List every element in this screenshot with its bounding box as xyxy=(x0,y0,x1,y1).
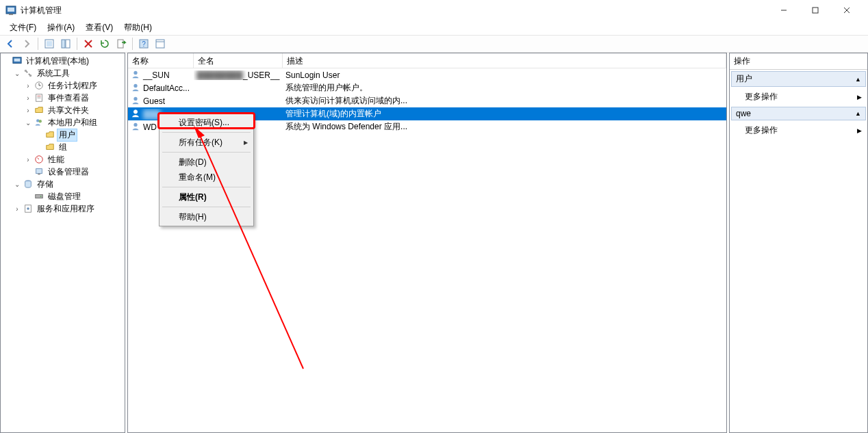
delete-button[interactable] xyxy=(81,36,96,51)
menu-help[interactable]: 帮助(H) xyxy=(118,21,157,35)
menu-delete[interactable]: 删除(D) xyxy=(161,155,252,170)
svg-rect-35 xyxy=(36,194,43,198)
cell-desc: 系统管理的用户帐户。 xyxy=(283,82,726,94)
chevron-right-icon: ▶ xyxy=(857,94,862,101)
chevron-down-icon[interactable]: ⌄ xyxy=(12,70,23,77)
svg-point-21 xyxy=(29,75,32,77)
refresh-button[interactable] xyxy=(97,36,112,51)
tree-groups[interactable]: 组 xyxy=(1,141,125,153)
chevron-right-icon[interactable]: › xyxy=(23,107,34,114)
tree-storage[interactable]: ⌄ 存储 xyxy=(1,178,125,190)
actions-more-1[interactable]: 更多操作 ▶ xyxy=(730,88,867,105)
folder-icon xyxy=(44,142,55,153)
toolbar-separator xyxy=(77,38,77,50)
user-icon xyxy=(131,96,142,107)
collapse-icon: ▲ xyxy=(855,76,861,83)
column-description[interactable]: 描述 xyxy=(283,53,726,68)
chevron-right-icon[interactable]: › xyxy=(12,205,23,213)
chevron-down-icon[interactable]: ⌄ xyxy=(23,119,34,127)
window-controls xyxy=(768,0,863,21)
actions-group-label: qwe xyxy=(736,109,751,118)
svg-rect-33 xyxy=(38,174,40,175)
tree-label: 设备管理器 xyxy=(46,166,91,179)
tree-task-scheduler[interactable]: › 任务计划程序 xyxy=(1,79,125,92)
event-icon xyxy=(34,92,44,103)
up-button[interactable] xyxy=(42,36,57,51)
clock-icon xyxy=(34,80,44,91)
list-item[interactable]: __SUN ████████_USER__ SunLogin User xyxy=(128,68,726,81)
tree-label: 存储 xyxy=(35,178,55,191)
toolbar-separator xyxy=(38,38,38,50)
toolbar: ? xyxy=(0,35,868,53)
list-item[interactable]: DefaultAcc... 系统管理的用户帐户。 xyxy=(128,81,726,94)
actions-group-users[interactable]: 用户 ▲ xyxy=(731,71,866,87)
actions-more-2[interactable]: 更多操作 ▶ xyxy=(730,122,867,139)
menu-action[interactable]: 操作(A) xyxy=(42,21,80,35)
shared-folder-icon xyxy=(34,105,44,116)
menu-separator xyxy=(162,152,251,153)
svg-rect-32 xyxy=(36,169,42,174)
tree-label: 任务计划程序 xyxy=(46,79,99,92)
tree-root[interactable]: 计算机管理(本地) xyxy=(1,55,125,67)
back-button[interactable] xyxy=(3,36,18,51)
menu-rename[interactable]: 重命名(M) xyxy=(161,170,252,185)
user-icon xyxy=(131,109,142,120)
folder-icon xyxy=(44,129,55,140)
help-button[interactable]: ? xyxy=(136,36,151,51)
chevron-right-icon[interactable]: › xyxy=(23,82,34,90)
tree-label: 组 xyxy=(57,141,69,154)
show-hide-button[interactable] xyxy=(58,36,73,51)
performance-icon xyxy=(34,154,44,165)
svg-point-43 xyxy=(133,122,137,126)
chevron-right-icon[interactable]: › xyxy=(23,94,34,102)
actions-group-qwe[interactable]: qwe ▲ xyxy=(731,107,866,120)
actions-panel: 操作 用户 ▲ 更多操作 ▶ qwe ▲ 更多操作 ▶ xyxy=(729,53,868,433)
app-icon xyxy=(5,5,16,16)
svg-point-20 xyxy=(25,70,27,73)
minimize-button[interactable] xyxy=(768,0,800,21)
chevron-down-icon[interactable]: ⌄ xyxy=(12,181,23,188)
export-button[interactable] xyxy=(114,36,129,51)
menu-properties[interactable]: 属性(R) xyxy=(161,189,252,205)
nav-tree[interactable]: 计算机管理(本地) ⌄ 系统工具 › 任务计划程序 › 事件查看器 › 共享文件… xyxy=(1,53,125,216)
column-fullname[interactable]: 全名 xyxy=(194,53,283,68)
tree-users[interactable]: 用户 xyxy=(1,129,125,141)
storage-icon xyxy=(23,179,34,189)
menu-view[interactable]: 查看(V) xyxy=(80,21,118,35)
tree-event-viewer[interactable]: › 事件查看器 xyxy=(1,92,125,104)
list-item[interactable]: Guest 供来宾访问计算机或访问域的内... xyxy=(128,94,726,107)
tree-label: 用户 xyxy=(57,129,77,142)
actions-item-label: 更多操作 xyxy=(745,91,778,103)
cell-desc: 系统为 Windows Defender 应用... xyxy=(283,121,726,133)
column-name[interactable]: 名称 xyxy=(128,53,194,68)
menu-help[interactable]: 帮助(H) xyxy=(161,209,252,224)
list-panel: 名称 全名 描述 __SUN ████████_USER__ SunLogin … xyxy=(127,53,727,433)
properties-button[interactable] xyxy=(153,36,168,51)
tree-services-apps[interactable]: › 服务和应用程序 xyxy=(1,202,125,215)
forward-button[interactable] xyxy=(19,36,34,51)
actions-item-label: 更多操作 xyxy=(745,124,778,136)
tree-disk-management[interactable]: 磁盘管理 xyxy=(1,190,125,202)
user-icon xyxy=(131,70,142,81)
tree-performance[interactable]: › 性能 xyxy=(1,153,125,166)
tree-label: 事件查看器 xyxy=(46,92,91,105)
menu-separator xyxy=(162,132,251,133)
context-menu: 设置密码(S)... 所有任务(K) 删除(D) 重命名(M) 属性(R) 帮助… xyxy=(159,113,254,226)
svg-rect-1 xyxy=(8,8,14,12)
cell-fullname-suffix: _USER__ xyxy=(243,70,279,80)
tree-shared-folders[interactable]: › 共享文件夹 xyxy=(1,104,125,116)
menu-file[interactable]: 文件(F) xyxy=(4,21,42,35)
tree-system-tools[interactable]: ⌄ 系统工具 xyxy=(1,67,125,79)
menu-set-password[interactable]: 设置密码(S)... xyxy=(161,115,252,130)
close-button[interactable] xyxy=(831,0,863,21)
tree-label: 共享文件夹 xyxy=(46,104,91,117)
menu-all-tasks[interactable]: 所有任务(K) xyxy=(161,135,252,150)
tree-label: 磁盘管理 xyxy=(46,190,83,203)
tree-local-users-groups[interactable]: ⌄ 本地用户和组 xyxy=(1,116,125,129)
actions-group-label: 用户 xyxy=(736,73,752,85)
svg-text:?: ? xyxy=(142,40,146,48)
tree-device-manager[interactable]: 设备管理器 xyxy=(1,166,125,178)
chevron-right-icon[interactable]: › xyxy=(23,156,34,163)
maximize-button[interactable] xyxy=(800,0,831,21)
services-icon xyxy=(23,203,34,214)
